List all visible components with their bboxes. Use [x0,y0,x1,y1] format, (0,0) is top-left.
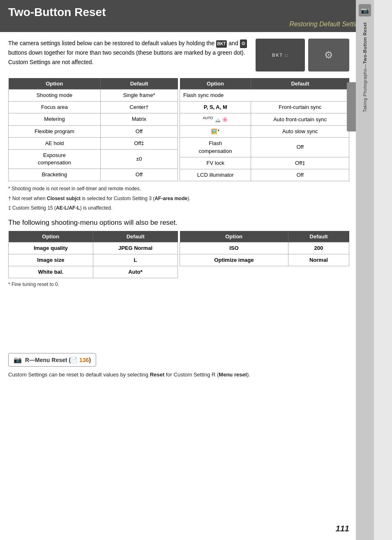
table-row: AE hold Off‡ [9,137,178,149]
table-row: 🖼️* Auto slow sync [180,126,349,138]
default-lcd-illuminator: Off [251,169,349,181]
sidebar-icon: 📷 [359,4,371,16]
footnote-3: ‡ Custom Setting 15 (AE-L/AF-L) is unaff… [8,204,349,213]
section-heading: The following shooting-menu options will… [8,219,349,227]
option-psam: P, S, A, M [180,102,251,113]
main-content: The camera settings listed below can be … [0,32,374,386]
bottom-right-option-header: Option [180,231,288,242]
option-metering: Metering [9,113,101,125]
table-row: Metering Matrix [9,113,178,125]
bottom-right-table: Option Default ISO 200 Optimize image No… [180,231,349,279]
default-iso: 200 [288,242,349,254]
left-table-default-header: Default [100,78,178,90]
table-row: Image size L [9,254,178,266]
ref-icon: 📷 [14,356,22,364]
option-iso: ISO [180,242,288,254]
option-lcd-illuminator: LCD illuminator [180,169,251,181]
table-row: Flexible program Off [9,125,178,137]
bottom-left-option-header: Option [9,231,93,242]
bkt-icon: BKT [216,40,227,48]
option-shooting-mode: Shooting mode [9,90,101,102]
bottom-tables-row: Option Default Image quality JPEG Normal… [8,231,349,279]
bottom-left-default-header: Default [93,231,178,242]
option-flash-comp: Flashcompensation [180,138,251,157]
sidebar-tab [347,82,356,132]
table-row-flash-sync-header: Flash sync mode [180,90,349,102]
default-ae-hold: Off‡ [100,137,178,149]
main-tables-row: Option Default Shooting mode Single fram… [8,78,349,181]
table-row: Bracketing Off [9,169,178,181]
bottom-footnote: * Fine tuning reset to 0. [8,282,349,287]
table-row: P, S, A, M Front-curtain sync [180,102,349,113]
default-focus-area: Center† [100,102,178,113]
table-row: Focus area Center† [9,102,178,113]
option-exposure-comp: Exposurecompensation [9,149,101,168]
camera-right-image [308,39,349,72]
table-row: Exposurecompensation ±0 [9,149,178,168]
option-white-bal: White bal. [9,266,93,278]
table-row: LCD illuminator Off [180,169,349,181]
default-flash-comp: Off [251,138,349,157]
table-row: Image quality JPEG Normal [9,242,178,254]
table-row: ISO 200 [180,242,349,254]
intro-text: The camera settings listed below can be … [8,39,247,72]
option-image-quality: Image quality [9,242,93,254]
page-subtitle: Restoring Default Settings [8,21,366,28]
sidebar: 📷 Taking Photographs—Two-Button Reset [356,0,374,540]
bottom-right-default-header: Default [288,231,349,242]
option-optimize-image: Optimize image [180,254,288,266]
camera-left-image [256,39,305,72]
default-shooting-mode: Single frame* [100,90,178,102]
footnote-1: * Shooting mode is not reset in self-tim… [8,185,349,194]
ref-section: 📷 R—Menu Reset (📄 136) Custom Settings c… [8,320,349,379]
table-row: FV lock Off‡ [180,157,349,169]
ref-num: 📄 136 [71,357,89,363]
default-white-bal: Auto* [93,266,178,278]
default-metering: Matrix [100,113,178,125]
table-row: Optimize image Normal [180,254,349,266]
default-exposure-comp: ±0 [100,149,178,168]
footnote-2: † Not reset when Closest subjct is selec… [8,194,349,203]
table-row: White bal. Auto* [9,266,178,278]
default-fv-lock: Off‡ [251,157,349,169]
option-focus-area: Focus area [9,102,101,113]
camera-images [256,39,349,72]
default-optimize-image: Normal [288,254,349,266]
option-auto-icons: AUTO 🏔️ 🌸 [180,113,251,126]
page-number: 111 [336,524,349,533]
table-row: AUTO 🏔️ 🌸 Auto front-curtain sync [180,113,349,126]
right-table-option-header: Option [180,78,251,90]
ref-description: Custom Settings can be reset to default … [8,371,349,379]
page-title: Two-Button Reset [8,6,366,19]
bottom-left-table: Option Default Image quality JPEG Normal… [8,231,178,279]
intro-section: The camera settings listed below can be … [8,39,349,72]
sidebar-label: Taking Photographs—Two-Button Reset [362,22,368,112]
table-row: Flashcompensation Off [180,138,349,157]
ref-box: 📷 R—Menu Reset (📄 136) [8,353,96,367]
right-table: Option Default Flash sync mode P, S, A, … [180,78,349,181]
option-portrait-icon: 🖼️* [180,126,251,138]
right-table-default-header: Default [251,78,349,90]
table-row: Shooting mode Single frame* [9,90,178,102]
gear-icon: ⚙ [240,39,247,48]
default-auto-icons: Auto front-curtain sync [251,113,349,126]
default-image-size: L [93,254,178,266]
left-table-option-header: Option [9,78,101,90]
footnotes: * Shooting mode is not reset in self-tim… [8,185,349,213]
option-ae-hold: AE hold [9,137,101,149]
left-table: Option Default Shooting mode Single fram… [8,78,178,181]
option-flexible-program: Flexible program [9,125,101,137]
default-psam: Front-curtain sync [251,102,349,113]
default-bracketing: Off [100,169,178,181]
flash-sync-mode-label: Flash sync mode [180,90,349,102]
header-bar: Two-Button Reset Restoring Default Setti… [0,0,374,32]
option-bracketing: Bracketing [9,169,101,181]
ref-label: R—Menu Reset (📄 136) [25,357,91,363]
default-portrait-icon: Auto slow sync [251,126,349,138]
default-image-quality: JPEG Normal [93,242,178,254]
default-flexible-program: Off [100,125,178,137]
option-image-size: Image size [9,254,93,266]
option-fv-lock: FV lock [180,157,251,169]
